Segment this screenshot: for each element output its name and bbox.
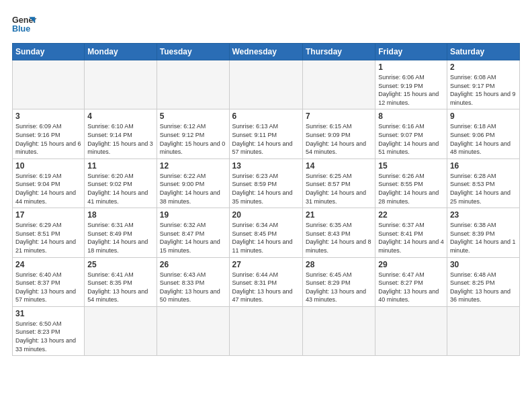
day-number: 28: [306, 260, 372, 269]
week-row-1: 3Sunrise: 6:09 AM Sunset: 9:16 PM Daylig…: [13, 109, 520, 158]
day-number: 18: [87, 210, 153, 220]
day-number: 24: [15, 260, 81, 269]
day-info: Sunrise: 6:28 AM Sunset: 8:53 PM Dayligh…: [450, 172, 517, 205]
day-info: Sunrise: 6:18 AM Sunset: 9:06 PM Dayligh…: [450, 122, 517, 156]
calendar-cell: [157, 60, 229, 109]
calendar-cell: 30Sunrise: 6:48 AM Sunset: 8:25 PM Dayli…: [447, 257, 519, 306]
day-number: 17: [15, 210, 81, 220]
calendar-cell: 21Sunrise: 6:35 AM Sunset: 8:43 PM Dayli…: [302, 208, 375, 257]
day-number: 12: [160, 161, 226, 171]
calendar-cell: 13Sunrise: 6:23 AM Sunset: 8:59 PM Dayli…: [229, 158, 302, 208]
day-number: 30: [450, 260, 517, 269]
calendar-cell: [447, 306, 519, 355]
calendar-cell: 28Sunrise: 6:45 AM Sunset: 8:29 PM Dayli…: [302, 257, 375, 306]
weekday-header-row: SundayMondayTuesdayWednesdayThursdayFrid…: [13, 44, 520, 60]
day-number: 3: [15, 111, 81, 121]
day-info: Sunrise: 6:26 AM Sunset: 8:55 PM Dayligh…: [378, 172, 444, 205]
day-info: Sunrise: 6:20 AM Sunset: 9:02 PM Dayligh…: [87, 172, 153, 205]
calendar-cell: 10Sunrise: 6:19 AM Sunset: 9:04 PM Dayli…: [13, 158, 85, 208]
weekday-header-tuesday: Tuesday: [157, 44, 229, 60]
week-row-0: 1Sunrise: 6:06 AM Sunset: 9:19 PM Daylig…: [13, 60, 520, 109]
day-number: 27: [232, 260, 300, 269]
week-row-5: 31Sunrise: 6:50 AM Sunset: 8:23 PM Dayli…: [13, 306, 520, 355]
day-number: 13: [232, 161, 300, 171]
day-info: Sunrise: 6:47 AM Sunset: 8:27 PM Dayligh…: [378, 271, 444, 304]
calendar-cell: [85, 306, 157, 355]
calendar-cell: [229, 306, 302, 355]
calendar-cell: 18Sunrise: 6:31 AM Sunset: 8:49 PM Dayli…: [85, 208, 157, 257]
day-number: 14: [306, 161, 372, 171]
calendar-cell: 14Sunrise: 6:25 AM Sunset: 8:57 PM Dayli…: [302, 158, 375, 208]
day-info: Sunrise: 6:25 AM Sunset: 8:57 PM Dayligh…: [306, 172, 372, 205]
day-number: 6: [232, 111, 300, 121]
day-info: Sunrise: 6:32 AM Sunset: 8:47 PM Dayligh…: [160, 221, 226, 255]
day-number: 10: [15, 161, 81, 171]
calendar-cell: 4Sunrise: 6:10 AM Sunset: 9:14 PM Daylig…: [85, 109, 157, 158]
day-number: 26: [160, 260, 226, 269]
weekday-header-friday: Friday: [375, 44, 447, 60]
calendar-cell: [85, 60, 157, 109]
day-info: Sunrise: 6:37 AM Sunset: 8:41 PM Dayligh…: [378, 221, 444, 255]
calendar-cell: 25Sunrise: 6:41 AM Sunset: 8:35 PM Dayli…: [85, 257, 157, 306]
calendar-cell: 9Sunrise: 6:18 AM Sunset: 9:06 PM Daylig…: [447, 109, 519, 158]
day-info: Sunrise: 6:48 AM Sunset: 8:25 PM Dayligh…: [450, 271, 517, 304]
weekday-header-saturday: Saturday: [447, 44, 519, 60]
week-row-4: 24Sunrise: 6:40 AM Sunset: 8:37 PM Dayli…: [13, 257, 520, 306]
day-info: Sunrise: 6:12 AM Sunset: 9:12 PM Dayligh…: [160, 122, 226, 156]
calendar-cell: 20Sunrise: 6:34 AM Sunset: 8:45 PM Dayli…: [229, 208, 302, 257]
day-number: 2: [450, 62, 517, 72]
day-number: 31: [15, 309, 81, 318]
calendar-cell: 16Sunrise: 6:28 AM Sunset: 8:53 PM Dayli…: [447, 158, 519, 208]
day-info: Sunrise: 6:08 AM Sunset: 9:17 PM Dayligh…: [450, 73, 517, 107]
day-number: 20: [232, 210, 300, 220]
day-info: Sunrise: 6:16 AM Sunset: 9:07 PM Dayligh…: [378, 122, 444, 156]
day-info: Sunrise: 6:09 AM Sunset: 9:16 PM Dayligh…: [15, 122, 81, 156]
day-number: 9: [450, 111, 517, 121]
calendar-cell: 23Sunrise: 6:38 AM Sunset: 8:39 PM Dayli…: [447, 208, 519, 257]
svg-text:Blue: Blue: [12, 24, 30, 34]
day-info: Sunrise: 6:22 AM Sunset: 9:00 PM Dayligh…: [160, 172, 226, 205]
calendar-cell: [302, 60, 375, 109]
day-info: Sunrise: 6:43 AM Sunset: 8:33 PM Dayligh…: [160, 271, 226, 304]
day-number: 5: [160, 111, 226, 121]
calendar-cell: 11Sunrise: 6:20 AM Sunset: 9:02 PM Dayli…: [85, 158, 157, 208]
calendar-cell: 1Sunrise: 6:06 AM Sunset: 9:19 PM Daylig…: [375, 60, 447, 109]
week-row-2: 10Sunrise: 6:19 AM Sunset: 9:04 PM Dayli…: [13, 158, 520, 208]
calendar-cell: 12Sunrise: 6:22 AM Sunset: 9:00 PM Dayli…: [157, 158, 229, 208]
calendar-cell: [375, 306, 447, 355]
calendar-cell: 2Sunrise: 6:08 AM Sunset: 9:17 PM Daylig…: [447, 60, 519, 109]
calendar-cell: 24Sunrise: 6:40 AM Sunset: 8:37 PM Dayli…: [13, 257, 85, 306]
day-number: 7: [306, 111, 372, 121]
calendar-cell: 17Sunrise: 6:29 AM Sunset: 8:51 PM Dayli…: [13, 208, 85, 257]
day-info: Sunrise: 6:40 AM Sunset: 8:37 PM Dayligh…: [15, 271, 81, 304]
calendar-cell: 3Sunrise: 6:09 AM Sunset: 9:16 PM Daylig…: [13, 109, 85, 158]
day-number: 23: [450, 210, 517, 220]
calendar-cell: 29Sunrise: 6:47 AM Sunset: 8:27 PM Dayli…: [375, 257, 447, 306]
calendar-cell: 19Sunrise: 6:32 AM Sunset: 8:47 PM Dayli…: [157, 208, 229, 257]
day-number: 8: [378, 111, 444, 121]
day-number: 21: [306, 210, 372, 220]
calendar-cell: 31Sunrise: 6:50 AM Sunset: 8:23 PM Dayli…: [13, 306, 85, 355]
weekday-header-sunday: Sunday: [13, 44, 85, 60]
day-info: Sunrise: 6:31 AM Sunset: 8:49 PM Dayligh…: [87, 221, 153, 255]
day-info: Sunrise: 6:44 AM Sunset: 8:31 PM Dayligh…: [232, 271, 300, 304]
day-info: Sunrise: 6:38 AM Sunset: 8:39 PM Dayligh…: [450, 221, 517, 255]
week-row-3: 17Sunrise: 6:29 AM Sunset: 8:51 PM Dayli…: [13, 208, 520, 257]
weekday-header-wednesday: Wednesday: [229, 44, 302, 60]
calendar-cell: [157, 306, 229, 355]
day-info: Sunrise: 6:29 AM Sunset: 8:51 PM Dayligh…: [15, 221, 81, 255]
day-number: 1: [378, 62, 444, 72]
day-number: 29: [378, 260, 444, 269]
calendar-cell: [13, 60, 85, 109]
day-info: Sunrise: 6:13 AM Sunset: 9:11 PM Dayligh…: [232, 122, 300, 156]
calendar-cell: 15Sunrise: 6:26 AM Sunset: 8:55 PM Dayli…: [375, 158, 447, 208]
day-number: 16: [450, 161, 517, 171]
day-number: 25: [87, 260, 153, 269]
day-info: Sunrise: 6:10 AM Sunset: 9:14 PM Dayligh…: [87, 122, 153, 156]
day-number: 15: [378, 161, 444, 171]
day-info: Sunrise: 6:23 AM Sunset: 8:59 PM Dayligh…: [232, 172, 300, 205]
calendar-cell: [302, 306, 375, 355]
weekday-header-monday: Monday: [85, 44, 157, 60]
calendar-cell: [229, 60, 302, 109]
day-info: Sunrise: 6:34 AM Sunset: 8:45 PM Dayligh…: [232, 221, 300, 255]
